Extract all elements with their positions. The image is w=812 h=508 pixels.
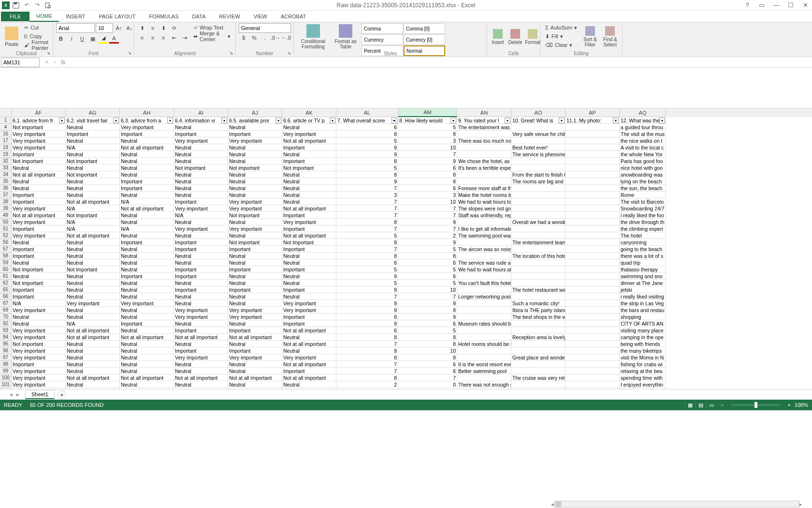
cell[interactable]: A visit to the local c <box>620 144 666 151</box>
row-header[interactable]: 1 <box>0 117 12 124</box>
cell[interactable]: Important <box>174 327 228 334</box>
cell[interactable]: visiting many place <box>620 327 666 334</box>
cell[interactable]: Very important <box>228 225 282 232</box>
cell[interactable]: 8 <box>336 239 398 246</box>
cell[interactable] <box>566 144 620 151</box>
cell[interactable]: Very important <box>12 354 66 361</box>
tab-file[interactable]: FILE <box>1 12 29 21</box>
cell[interactable]: the sun, the beach <box>620 185 666 192</box>
cell[interactable]: 7 <box>336 185 398 192</box>
cell[interactable]: Not important <box>282 164 336 171</box>
zoom-slider[interactable] <box>731 404 780 406</box>
cell[interactable]: Important <box>228 286 282 293</box>
cell[interactable] <box>566 198 620 205</box>
row-header[interactable]: 50 <box>0 219 12 225</box>
cell[interactable]: Important <box>282 266 336 273</box>
cell[interactable]: i really liked the foo <box>620 212 666 219</box>
orientation-icon[interactable]: ⟳ <box>169 23 179 33</box>
cell[interactable]: 8 <box>336 253 398 259</box>
filter-dropdown-icon[interactable]: ▾ <box>167 118 173 123</box>
find-select-button[interactable]: Find & Select <box>601 23 619 50</box>
cell[interactable]: Reception area is lovely and welcoming a… <box>511 334 566 341</box>
row-header[interactable]: 62 <box>0 280 12 286</box>
cell[interactable]: Not at all important <box>66 334 120 341</box>
cell[interactable]: Not important <box>66 171 120 178</box>
redo-icon[interactable]: ↷ <box>33 1 42 10</box>
cell[interactable] <box>566 286 620 293</box>
cell[interactable]: N/A <box>174 212 228 219</box>
cell[interactable]: Neutral <box>228 273 282 280</box>
dialog-launcher-icon[interactable]: ⬊ <box>128 51 133 56</box>
cell[interactable]: Museum rates should be lowered. <box>457 320 511 327</box>
cell[interactable]: Not at all important <box>282 374 336 381</box>
font-size-input[interactable] <box>96 23 113 33</box>
cell[interactable]: Very important <box>282 300 336 307</box>
cell[interactable]: Neutral <box>282 293 336 300</box>
cell[interactable] <box>566 178 620 185</box>
cell[interactable]: Neutral <box>12 320 66 327</box>
cell[interactable]: Very important <box>174 205 228 212</box>
cell[interactable]: 7 <box>398 374 457 381</box>
cell[interactable]: Neutral <box>228 253 282 259</box>
cell[interactable]: Not at all important <box>66 198 120 205</box>
help-icon[interactable]: ? <box>740 1 754 10</box>
border-button[interactable]: ▦ <box>88 34 98 44</box>
cell[interactable] <box>511 280 566 286</box>
cell[interactable]: Neutral <box>66 314 120 320</box>
cell[interactable]: Important <box>282 158 336 164</box>
cell[interactable]: Neutral <box>174 232 228 239</box>
cell[interactable]: The service was rude and we had to wait … <box>457 259 511 266</box>
cell[interactable]: Very safe venue for children and familie… <box>511 131 566 137</box>
cell[interactable]: Not at all important <box>120 374 174 381</box>
cell[interactable] <box>511 259 566 266</box>
cell[interactable] <box>566 334 620 341</box>
cell[interactable] <box>511 320 566 327</box>
row-header[interactable]: 101 <box>0 381 12 388</box>
clear-button[interactable]: ⌫ Clear ▾ <box>543 41 579 49</box>
cell[interactable]: spending time with <box>620 374 666 381</box>
cell[interactable]: 7 <box>398 212 457 219</box>
cell[interactable]: 8 <box>398 341 457 347</box>
cell[interactable]: Neutral <box>228 320 282 327</box>
cell[interactable]: 2 <box>398 232 457 239</box>
cell[interactable]: Neutral <box>228 280 282 286</box>
cell[interactable]: 9 <box>398 158 457 164</box>
cell[interactable]: Very important <box>228 137 282 144</box>
cell[interactable]: 6 <box>398 273 457 280</box>
cell[interactable]: Important <box>174 347 228 354</box>
select-all-corner[interactable] <box>0 108 12 117</box>
undo-icon[interactable]: ↶ <box>22 1 31 10</box>
normal-view-icon[interactable]: ▦ <box>685 401 696 409</box>
sort-filter-button[interactable]: Sort & Filter <box>581 23 599 50</box>
cell[interactable]: Neutral <box>120 347 174 354</box>
zoom-out-icon[interactable]: − <box>721 402 724 408</box>
cell[interactable]: Neutral <box>12 164 66 171</box>
cell[interactable]: Important <box>282 246 336 253</box>
cell[interactable]: From the start to finish the customer se… <box>511 171 566 178</box>
cell[interactable]: Staff was unfriendly, replace them. <box>457 212 511 219</box>
cell[interactable]: lying on the beach <box>620 178 666 185</box>
cell[interactable]: Neutral <box>66 137 120 144</box>
cell[interactable] <box>566 192 620 198</box>
cell[interactable]: going to the beach <box>620 246 666 253</box>
cell[interactable]: Neutral <box>120 246 174 253</box>
cell[interactable]: 5 <box>398 266 457 273</box>
cell[interactable]: Neutral <box>66 286 120 293</box>
cell[interactable]: Neutral <box>228 232 282 239</box>
name-box[interactable] <box>1 58 40 67</box>
cell[interactable]: Neutral <box>66 388 120 389</box>
cell[interactable]: the whole New Yor <box>620 151 666 158</box>
cell[interactable]: Neutral <box>66 361 120 368</box>
cell[interactable]: Neutral <box>228 171 282 178</box>
cell[interactable]: Not at all important <box>174 334 228 341</box>
cell[interactable]: 9 <box>336 347 398 354</box>
cell[interactable]: Not important <box>282 239 336 246</box>
autosum-button[interactable]: Σ AutoSum ▾ <box>543 23 579 32</box>
font-color-button[interactable]: A <box>109 34 119 44</box>
cell[interactable]: Make the hotel rooms bigger. <box>457 192 511 198</box>
cell[interactable]: camping in the ope <box>620 334 666 341</box>
row-header[interactable]: 38 <box>0 198 12 205</box>
row-header[interactable]: 61 <box>0 273 12 280</box>
delete-cells-button[interactable]: Delete <box>508 23 523 50</box>
cell[interactable]: 6 <box>398 259 457 266</box>
